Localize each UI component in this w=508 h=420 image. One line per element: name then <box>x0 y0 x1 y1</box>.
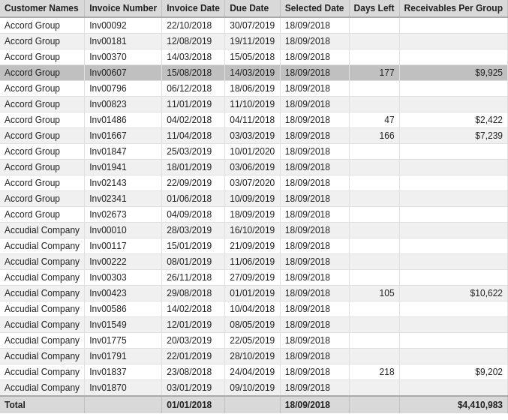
table-row[interactable]: Accord GroupInv0079606/12/201818/06/2019… <box>0 81 508 97</box>
header-invdate[interactable]: Invoice Date <box>162 0 225 17</box>
table-cell: Accudial Company <box>0 270 85 286</box>
table-cell: 11/04/2018 <box>162 128 225 144</box>
table-cell: 18/09/2018 <box>280 191 349 207</box>
footer-days <box>349 396 399 413</box>
header-duedate[interactable]: Due Date <box>225 0 281 17</box>
table-row[interactable]: Accudial CompanyInv0179122/01/201928/10/… <box>0 349 508 364</box>
table-row[interactable]: Accord GroupInv0082311/01/201911/10/2019… <box>0 97 508 112</box>
table-cell: Accord Group <box>0 34 85 50</box>
table-cell: Inv01775 <box>85 333 162 349</box>
table-cell: 18/09/2018 <box>280 128 349 144</box>
table-cell: 24/04/2019 <box>225 364 281 380</box>
table-row[interactable]: Accudial CompanyInv0042329/08/201801/01/… <box>0 286 508 302</box>
table-cell: 09/10/2019 <box>225 380 281 397</box>
table-cell: 03/01/2019 <box>162 380 225 397</box>
table-row[interactable]: Accord GroupInv0234101/06/201810/09/2019… <box>0 191 508 207</box>
table-cell <box>399 81 507 97</box>
table-cell: Inv02143 <box>85 176 162 191</box>
table-cell: 18/09/2018 <box>280 270 349 286</box>
table-cell: Inv00303 <box>85 270 162 286</box>
table-cell <box>399 238 507 254</box>
table-cell: Inv00423 <box>85 286 162 302</box>
table-row[interactable]: Accudial CompanyInv0154912/01/201908/05/… <box>0 317 508 333</box>
header-days[interactable]: Days Left <box>349 0 399 17</box>
table-cell: 11/01/2019 <box>162 97 225 112</box>
table-cell: 29/08/2018 <box>162 286 225 302</box>
table-row[interactable]: Accord GroupInv0184725/03/201910/01/2020… <box>0 144 508 160</box>
table-cell: Inv01667 <box>85 128 162 144</box>
table-row[interactable]: Accudial CompanyInv0011715/01/201921/09/… <box>0 238 508 254</box>
table-cell <box>349 302 399 317</box>
table-cell: 15/05/2018 <box>225 50 281 65</box>
table-cell <box>349 380 399 397</box>
table-row[interactable]: Accudial CompanyInv0058614/02/201810/04/… <box>0 302 508 317</box>
table-row[interactable]: Accord GroupInv0214322/09/201903/07/2020… <box>0 176 508 191</box>
table-cell: Accudial Company <box>0 364 85 380</box>
footer-seldate: 18/09/2018 <box>280 396 349 413</box>
table-cell <box>399 302 507 317</box>
table-cell: Inv00181 <box>85 34 162 50</box>
table-row[interactable]: Accord GroupInv0194118/01/201903/06/2019… <box>0 160 508 176</box>
table-cell: Inv00222 <box>85 254 162 270</box>
footer-recv: $4,410,983 <box>399 396 507 413</box>
table-cell: Inv00117 <box>85 238 162 254</box>
table-cell: Accord Group <box>0 50 85 65</box>
header-invoice[interactable]: Invoice Number <box>85 0 162 17</box>
table-cell: 15/01/2019 <box>162 238 225 254</box>
table-cell <box>399 254 507 270</box>
table-cell: $7,239 <box>399 128 507 144</box>
table-cell: 177 <box>349 65 399 81</box>
table-cell: 18/09/2018 <box>280 317 349 333</box>
header-recv[interactable]: Receivables Per Group <box>399 0 507 17</box>
table-cell <box>399 317 507 333</box>
table-cell: 18/09/2018 <box>280 333 349 349</box>
table-cell: 18/09/2018 <box>280 238 349 254</box>
table-cell <box>349 191 399 207</box>
table-cell <box>349 349 399 364</box>
table-cell: 04/09/2018 <box>162 207 225 223</box>
table-row[interactable]: Accudial CompanyInv0177520/03/201922/05/… <box>0 333 508 349</box>
table-cell: Inv01941 <box>85 160 162 176</box>
table-row[interactable]: Accudial CompanyInv0183723/08/201824/04/… <box>0 364 508 380</box>
table-cell: 10/04/2018 <box>225 302 281 317</box>
table-cell: Inv00607 <box>85 65 162 81</box>
table-cell: Accord Group <box>0 112 85 128</box>
table-cell <box>399 349 507 364</box>
table-cell: Inv01847 <box>85 144 162 160</box>
table-row[interactable]: Accord GroupInv0018112/08/201919/11/2019… <box>0 34 508 50</box>
table-cell <box>349 207 399 223</box>
table-cell <box>349 81 399 97</box>
table-row[interactable]: Accudial CompanyInv0022208/01/201911/06/… <box>0 254 508 270</box>
table-cell: 18/09/2018 <box>280 34 349 50</box>
table-cell: 01/06/2018 <box>162 191 225 207</box>
table-cell: 12/08/2019 <box>162 34 225 50</box>
table-row[interactable]: Accord GroupInv0166711/04/201803/03/2019… <box>0 128 508 144</box>
table-row[interactable]: Accudial CompanyInv0001028/03/201916/10/… <box>0 223 508 238</box>
table-row[interactable]: Accord GroupInv0009222/10/201830/07/2019… <box>0 17 508 34</box>
table-cell: Accord Group <box>0 144 85 160</box>
table-cell: $2,422 <box>399 112 507 128</box>
table-cell: 218 <box>349 364 399 380</box>
footer-invdate: 01/01/2018 <box>162 396 225 413</box>
table-cell: 20/03/2019 <box>162 333 225 349</box>
table-cell: Accord Group <box>0 65 85 81</box>
table-cell <box>349 34 399 50</box>
table-cell: 22/05/2019 <box>225 333 281 349</box>
table-cell: 18/09/2018 <box>280 65 349 81</box>
table-cell: 10/09/2019 <box>225 191 281 207</box>
table-row[interactable]: Accord GroupInv0060715/08/201814/03/2019… <box>0 65 508 81</box>
table-cell: 06/12/2018 <box>162 81 225 97</box>
table-header-row: Customer Names Invoice Number Invoice Da… <box>0 0 508 17</box>
table-cell: Inv00823 <box>85 97 162 112</box>
header-customer[interactable]: Customer Names <box>0 0 85 17</box>
table-cell: 18/09/2018 <box>280 364 349 380</box>
table-cell: 11/06/2019 <box>225 254 281 270</box>
table-row[interactable]: Accord GroupInv0267304/09/201818/09/2019… <box>0 207 508 223</box>
table-row[interactable]: Accudial CompanyInv0187003/01/201909/10/… <box>0 380 508 397</box>
table-cell: Accudial Company <box>0 223 85 238</box>
table-row[interactable]: Accord GroupInv0148604/02/201804/11/2018… <box>0 112 508 128</box>
table-cell: 22/10/2018 <box>162 17 225 34</box>
header-seldate[interactable]: Selected Date <box>280 0 349 17</box>
table-row[interactable]: Accord GroupInv0037014/03/201815/05/2018… <box>0 50 508 65</box>
table-row[interactable]: Accudial CompanyInv0030326/11/201827/09/… <box>0 270 508 286</box>
